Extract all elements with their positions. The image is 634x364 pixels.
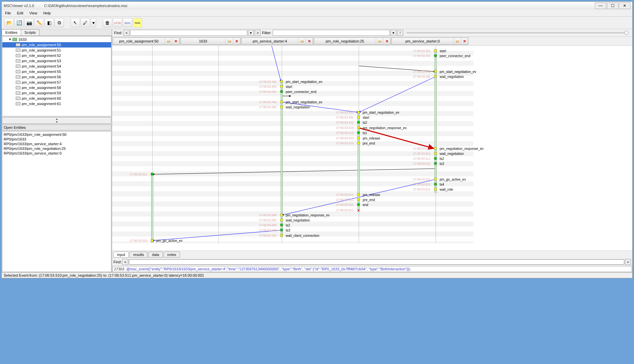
event-dot[interactable] bbox=[280, 80, 283, 83]
open-entity-item[interactable]: RP0/pm/1633/pm_service_starter:4 bbox=[4, 142, 110, 146]
splitter[interactable]: ▴▾ bbox=[2, 117, 111, 124]
event-dot[interactable] bbox=[280, 85, 283, 88]
note-toggle[interactable]: Note bbox=[133, 18, 142, 27]
entity-close[interactable]: ✕ bbox=[172, 38, 179, 44]
bottom-find-input[interactable] bbox=[129, 259, 624, 265]
open-button[interactable]: 📂 bbox=[4, 18, 14, 27]
event-dot[interactable] bbox=[434, 147, 437, 150]
event-dot[interactable] bbox=[434, 75, 437, 78]
minimize-button[interactable]: — bbox=[595, 2, 606, 9]
clear-button[interactable]: ◧ bbox=[44, 18, 54, 27]
tree-item[interactable]: pm_role_assignment:60 bbox=[2, 96, 111, 101]
open-entity-item[interactable]: RP0/pm/1633 bbox=[4, 137, 110, 142]
msc-canvas[interactable]: start17:06:53.491peer_connector_end17:06… bbox=[112, 46, 632, 251]
find-next[interactable]: > bbox=[255, 30, 261, 36]
event-dot[interactable] bbox=[151, 239, 154, 242]
event-dot[interactable] bbox=[434, 70, 437, 73]
find-input[interactable] bbox=[130, 30, 247, 36]
event-dot[interactable] bbox=[434, 157, 437, 160]
event-dot[interactable] bbox=[280, 213, 283, 216]
settings-button[interactable]: ⚙ bbox=[55, 18, 64, 27]
open-entity-item[interactable]: RP0/pm/1633/pm_role_negotiation:25 bbox=[4, 146, 110, 151]
tree-item[interactable]: pm_role_assignment:59 bbox=[2, 90, 111, 96]
trash-button[interactable]: 🗑 bbox=[103, 18, 112, 27]
event-dot[interactable] bbox=[357, 121, 360, 124]
menu-view[interactable]: View bbox=[28, 10, 39, 16]
refresh-button[interactable]: 🔄 bbox=[14, 18, 24, 27]
event-dot[interactable] bbox=[434, 188, 437, 191]
entity-minimize[interactable]: ▭ bbox=[165, 38, 172, 44]
filter-apply[interactable]: ! bbox=[397, 30, 403, 36]
entity-close[interactable]: ✕ bbox=[233, 38, 240, 44]
menu-edit[interactable]: Edit bbox=[16, 10, 25, 16]
tree-item[interactable]: pm_role_assignment:50 bbox=[2, 42, 111, 48]
event-dot[interactable] bbox=[434, 152, 437, 155]
event-dot[interactable] bbox=[357, 111, 360, 114]
camera-button[interactable]: 📷 bbox=[24, 18, 34, 27]
entity-tree[interactable]: ▾ 1633 pm_role_assignment:50pm_role_assi… bbox=[2, 36, 111, 116]
tab-results[interactable]: results bbox=[129, 252, 148, 258]
time-toggle[interactable]: 12:34 bbox=[113, 18, 122, 27]
tree-item[interactable]: pm_role_assignment:58 bbox=[2, 85, 111, 90]
event-dot[interactable] bbox=[357, 198, 360, 201]
bottom-find-next[interactable]: > bbox=[625, 259, 631, 265]
close-button[interactable]: ✕ bbox=[619, 2, 630, 9]
event-dot[interactable] bbox=[280, 218, 283, 221]
label-toggle[interactable]: label bbox=[123, 18, 132, 27]
tree-item[interactable]: pm_role_assignment:53 bbox=[2, 58, 111, 64]
tool-dropdown[interactable]: ▾ bbox=[91, 18, 96, 27]
collapse-icon[interactable]: ▾ bbox=[9, 37, 11, 41]
event-dot[interactable] bbox=[357, 136, 360, 140]
event-dot[interactable] bbox=[434, 178, 437, 181]
tab-input[interactable]: input bbox=[113, 252, 129, 258]
log-line[interactable]: 27303 @msc_event({"entity":"RP0/1633/163… bbox=[112, 266, 632, 272]
tree-item[interactable]: pm_role_assignment:51 bbox=[2, 48, 111, 53]
event-dot[interactable] bbox=[357, 193, 360, 196]
event-dot[interactable] bbox=[280, 105, 283, 108]
event-dot[interactable] bbox=[280, 100, 283, 103]
entity-minimize[interactable]: ▭ bbox=[298, 38, 305, 44]
tree-item[interactable]: pm_role_assignment:61 bbox=[2, 101, 111, 106]
entity-minimize[interactable]: ▭ bbox=[453, 38, 461, 44]
event-dot[interactable] bbox=[280, 223, 283, 226]
entity-close[interactable]: ✕ bbox=[383, 38, 390, 44]
event-dot[interactable] bbox=[357, 131, 360, 134]
filter-input[interactable] bbox=[273, 30, 390, 36]
bottom-find-prev[interactable]: < bbox=[122, 259, 128, 265]
event-dot[interactable] bbox=[151, 173, 154, 176]
entity-minimize[interactable]: ▭ bbox=[376, 38, 383, 44]
event-dot[interactable] bbox=[434, 49, 437, 52]
event-dot[interactable] bbox=[357, 116, 360, 119]
tree-item[interactable]: pm_role_assignment:55 bbox=[2, 69, 111, 74]
zoom-slider[interactable] bbox=[406, 32, 628, 33]
tree-root[interactable]: ▾ 1633 bbox=[2, 36, 111, 42]
marker-button[interactable]: ✏️ bbox=[34, 18, 44, 27]
event-dot[interactable] bbox=[280, 229, 283, 232]
tree-item[interactable]: pm_role_assignment:57 bbox=[2, 80, 111, 85]
event-dot[interactable] bbox=[357, 126, 360, 129]
tab-scripts[interactable]: Scripts bbox=[21, 29, 39, 35]
event-dot[interactable] bbox=[357, 142, 360, 145]
open-entity-item[interactable]: RP0/pm/1633/pm_role_assignment:50 bbox=[4, 132, 110, 137]
event-dot[interactable] bbox=[280, 90, 283, 93]
tab-notes[interactable]: notes bbox=[164, 252, 180, 258]
event-dot[interactable] bbox=[434, 183, 437, 186]
find-dropdown[interactable]: ▾ bbox=[248, 30, 254, 36]
event-dot[interactable] bbox=[434, 162, 437, 165]
menu-file[interactable]: File bbox=[4, 10, 12, 16]
pointer-tool[interactable]: ↖ bbox=[71, 18, 80, 27]
filter-dropdown[interactable]: ▾ bbox=[390, 30, 396, 36]
entity-close[interactable]: ✕ bbox=[305, 38, 313, 44]
menu-help[interactable]: Help bbox=[42, 10, 52, 16]
open-entity-item[interactable]: RP0/pm/1633/pm_service_starter:0 bbox=[4, 151, 110, 156]
entity-minimize[interactable]: ▭ bbox=[225, 38, 233, 44]
highlight-tool[interactable]: 🖊 bbox=[81, 18, 90, 27]
event-dot[interactable] bbox=[357, 203, 360, 206]
tab-entities[interactable]: Entities bbox=[2, 29, 21, 35]
maximize-button[interactable]: ☐ bbox=[607, 2, 618, 9]
tree-item[interactable]: pm_role_assignment:54 bbox=[2, 64, 111, 69]
event-dot[interactable] bbox=[280, 234, 283, 237]
event-dot[interactable] bbox=[434, 54, 437, 57]
tree-item[interactable]: pm_role_assignment:52 bbox=[2, 53, 111, 58]
tab-data[interactable]: data bbox=[148, 252, 163, 258]
